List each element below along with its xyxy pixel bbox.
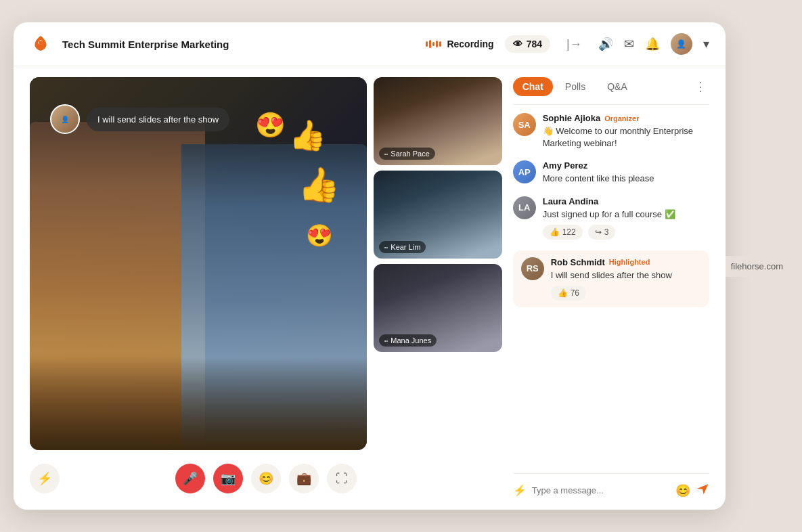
side-video-kear: •• Kear Lim bbox=[374, 171, 502, 259]
highlighted-badge: Highlighted bbox=[609, 257, 650, 267]
message-laura: LA Laura Andina Just signed up for a ful… bbox=[513, 196, 709, 240]
speaker-button[interactable]: 🔊 bbox=[598, 37, 613, 51]
emoji-heart-eyes-1: 😍 bbox=[255, 111, 286, 139]
controls-bar: ⚡ 🎤 📷 😊 💼 ⛶ bbox=[30, 458, 502, 499]
amy-message-header: Amy Perez bbox=[543, 160, 709, 171]
chat-input-area: ⚡ 😊 bbox=[513, 473, 709, 499]
emoji-thumbs-up-2: 👍 bbox=[298, 165, 340, 204]
message-amy: AP Amy Perez More content like this plea… bbox=[513, 160, 709, 185]
message-sophie: SA Sophie Ajioka Organizer 👋 Welcome to … bbox=[513, 113, 709, 150]
eye-icon: 👁 bbox=[513, 39, 522, 49]
kear-name: Kear Lim bbox=[391, 243, 420, 251]
header: Tech Summit Enterprise Marketing Recordi… bbox=[14, 22, 726, 66]
main-video: 👤 I will send slides after the show 😍 👍 … bbox=[30, 77, 367, 450]
user-avatar[interactable]: 👤 bbox=[671, 33, 692, 55]
bubble-avatar: 👤 bbox=[50, 104, 80, 134]
laura-thumbsup-count: 122 bbox=[562, 227, 576, 237]
header-title: Tech Summit Enterprise Marketing bbox=[62, 39, 415, 50]
more-options-button[interactable]: ⋮ bbox=[692, 79, 709, 94]
sophie-message-header: Sophie Ajioka Organizer bbox=[543, 113, 709, 123]
chat-tabs: Chat Polls Q&A ⋮ bbox=[513, 77, 709, 105]
sophie-message-content: Sophie Ajioka Organizer 👋 Welcome to our… bbox=[543, 113, 709, 150]
video-section: 👤 I will send slides after the show 😍 👍 … bbox=[30, 77, 502, 499]
expand-button[interactable]: ⛶ bbox=[327, 464, 357, 493]
rob-thumbsup-reaction[interactable]: 👍 76 bbox=[551, 286, 586, 301]
name-dots-icon: •• bbox=[384, 151, 388, 157]
quick-action-button[interactable]: ⚡ bbox=[513, 484, 527, 497]
lightning-button[interactable]: ⚡ bbox=[30, 464, 60, 493]
side-video-sarah: •• Sarah Pace bbox=[374, 77, 502, 165]
video-grid: 👤 I will send slides after the show 😍 👍 … bbox=[30, 77, 502, 450]
chat-messages: SA Sophie Ajioka Organizer 👋 Welcome to … bbox=[513, 113, 709, 465]
svg-point-0 bbox=[39, 41, 43, 45]
amy-name: Amy Perez bbox=[543, 160, 587, 171]
chat-input[interactable] bbox=[532, 485, 670, 495]
share-icon: ↪ bbox=[595, 227, 602, 237]
tab-chat[interactable]: Chat bbox=[513, 77, 553, 96]
laura-share-reaction[interactable]: ↪ 3 bbox=[588, 225, 616, 240]
tab-qa[interactable]: Q&A bbox=[598, 77, 637, 96]
sarah-name: Sarah Pace bbox=[391, 150, 429, 158]
mana-name: Mana Junes bbox=[391, 336, 431, 345]
rob-message-header: Rob Schmidt Highlighted bbox=[551, 257, 701, 267]
divider-button[interactable]: |→ bbox=[561, 35, 587, 54]
thumbsup-icon: 👍 bbox=[550, 227, 560, 237]
logo-icon bbox=[30, 33, 51, 55]
laura-avatar: LA bbox=[513, 196, 536, 219]
header-icons: 🔊 ✉ 🔔 👤 ▾ bbox=[598, 33, 709, 55]
emoji-heart-eyes-2: 😍 bbox=[306, 223, 333, 248]
emoji-picker-button[interactable]: 😊 bbox=[675, 483, 690, 498]
bell-icon: 🔔 bbox=[645, 37, 660, 51]
laura-message-content: Laura Andina Just signed up for a full c… bbox=[543, 196, 709, 240]
name-dots-icon-2: •• bbox=[384, 244, 388, 250]
amy-avatar: AP bbox=[513, 160, 536, 183]
mail-icon: ✉ bbox=[624, 37, 634, 51]
recording-label: Recording bbox=[447, 39, 493, 49]
tab-polls[interactable]: Polls bbox=[556, 77, 595, 96]
organizer-badge: Organizer bbox=[604, 114, 639, 123]
laura-share-count: 3 bbox=[604, 227, 609, 237]
emoji-thumbs-up-1: 👍 bbox=[289, 118, 326, 153]
sophie-avatar: SA bbox=[513, 113, 536, 136]
chevron-down-icon[interactable]: ▾ bbox=[703, 37, 709, 51]
bubble-avatar-img: 👤 bbox=[61, 116, 69, 123]
rob-avatar: RS bbox=[521, 257, 544, 280]
thumbsup-icon-2: 👍 bbox=[558, 288, 568, 298]
viewers-badge: 👁 784 bbox=[505, 35, 550, 53]
briefcase-button[interactable]: 💼 bbox=[289, 464, 319, 493]
avatar-initials: 👤 bbox=[676, 39, 686, 49]
bubble-text: I will send slides after the show bbox=[87, 108, 229, 131]
side-video-mana: •• Mana Junes bbox=[374, 264, 502, 352]
mail-button[interactable]: ✉ bbox=[624, 37, 634, 51]
video-off-button[interactable]: 📷 bbox=[213, 464, 243, 493]
sophie-text: 👋 Welcome to our monthly Enterprise Mark… bbox=[543, 125, 709, 150]
laura-thumbsup-reaction[interactable]: 👍 122 bbox=[543, 225, 583, 240]
chat-panel: Chat Polls Q&A ⋮ SA Sophie Ajioka Organi… bbox=[513, 77, 709, 499]
recording-badge: Recording bbox=[426, 39, 493, 49]
recording-wave-icon bbox=[426, 40, 441, 48]
name-dots-icon-3: •• bbox=[384, 338, 388, 344]
side-videos: •• Sarah Pace •• Kear Lim bbox=[374, 77, 502, 450]
kear-name-tag: •• Kear Lim bbox=[379, 241, 426, 253]
rob-text: I will send slides after the show bbox=[551, 269, 701, 282]
laura-message-header: Laura Andina bbox=[543, 196, 709, 206]
laura-text: Just signed up for a full course ✅ bbox=[543, 208, 709, 221]
chat-bubble-overlay: 👤 I will send slides after the show bbox=[50, 104, 229, 134]
laura-name: Laura Andina bbox=[543, 196, 599, 206]
mana-name-tag: •• Mana Junes bbox=[379, 334, 437, 347]
laura-reactions: 👍 122 ↪ 3 bbox=[543, 225, 709, 240]
app-container: Tech Summit Enterprise Marketing Recordi… bbox=[14, 22, 726, 510]
sarah-name-tag: •• Sarah Pace bbox=[379, 148, 435, 160]
watermark-text: filehorse.com bbox=[731, 261, 783, 271]
viewers-count: 784 bbox=[527, 39, 542, 49]
amy-text: More content like this please bbox=[543, 173, 709, 185]
amy-message-content: Amy Perez More content like this please bbox=[543, 160, 709, 185]
emoji-button[interactable]: 😊 bbox=[251, 464, 281, 493]
rob-name: Rob Schmidt bbox=[551, 257, 605, 267]
rob-reactions: 👍 76 bbox=[551, 286, 701, 301]
speaker-icon: 🔊 bbox=[598, 37, 613, 51]
mic-off-button[interactable]: 🎤 bbox=[175, 464, 205, 493]
watermark: filehorse.com bbox=[726, 256, 788, 277]
bell-button[interactable]: 🔔 bbox=[645, 37, 660, 51]
send-button[interactable] bbox=[696, 482, 709, 499]
